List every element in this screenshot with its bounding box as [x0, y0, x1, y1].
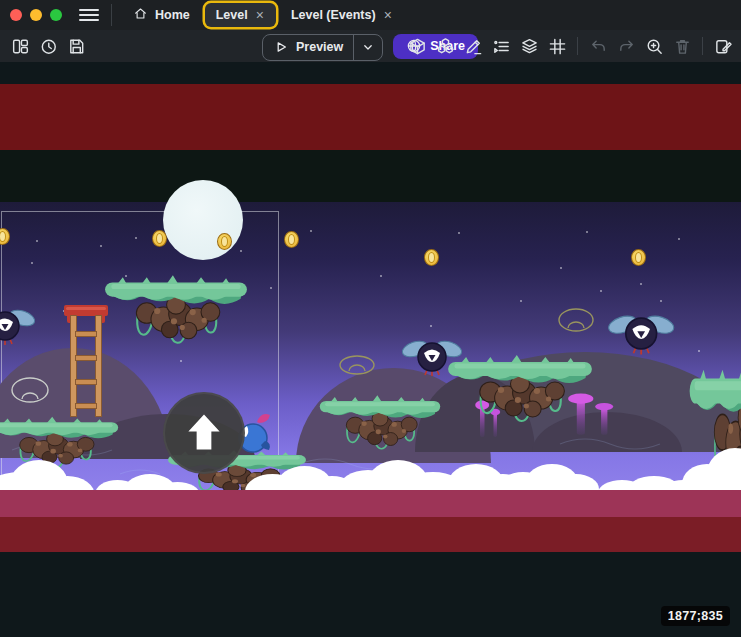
edit-scene-icon[interactable]	[713, 36, 733, 56]
object-groups-icon[interactable]	[435, 36, 455, 56]
tab-label: Level	[216, 8, 248, 22]
save-icon[interactable]	[66, 36, 86, 56]
hidden-object-outline[interactable]	[557, 307, 595, 333]
objects-panel-icon[interactable]	[407, 36, 427, 56]
arrow-up-icon	[181, 410, 227, 456]
zoom-in-icon[interactable]	[644, 36, 664, 56]
instances-list-icon[interactable]	[491, 36, 511, 56]
toolbar-separator	[577, 37, 578, 55]
band[interactable]	[0, 84, 741, 150]
star	[458, 232, 460, 234]
tab-close-icon[interactable]: ×	[383, 8, 393, 22]
coin-sprite[interactable]	[284, 231, 299, 248]
tab-home[interactable]: Home	[122, 3, 201, 27]
cloud-sprite[interactable]	[682, 448, 692, 458]
grid-icon[interactable]	[547, 36, 567, 56]
coin-sprite[interactable]	[217, 233, 232, 250]
floating-island-sprite[interactable]	[0, 410, 120, 474]
star	[600, 290, 602, 292]
scene-canvas[interactable]: 1877;835	[0, 62, 741, 637]
menu-icon[interactable]	[79, 5, 99, 25]
enemy-sprite[interactable]	[0, 301, 37, 349]
cloud-sprite[interactable]	[598, 474, 608, 484]
jump-button-control[interactable]	[163, 392, 245, 474]
star	[586, 231, 588, 233]
preview-dropdown-button[interactable]	[353, 35, 382, 60]
star	[560, 267, 562, 269]
panels-icon[interactable]	[10, 36, 30, 56]
cursor-coordinates: 1877;835	[661, 606, 730, 626]
tab-bar: HomeLevel×Level (Events)×	[111, 4, 404, 26]
tab-label: Level (Events)	[291, 8, 376, 22]
floating-island-sprite[interactable]	[446, 346, 594, 430]
preview-button[interactable]: Preview	[262, 34, 383, 61]
band[interactable]	[0, 150, 741, 202]
tab-label: Home	[155, 8, 190, 22]
tab-level-events[interactable]: Level (Events)×	[280, 3, 404, 27]
ladder-sprite[interactable]	[66, 305, 106, 417]
toolbar-separator	[702, 37, 703, 55]
cloud-sprite[interactable]	[338, 458, 348, 468]
star	[660, 300, 662, 302]
edit-properties-icon[interactable]	[463, 36, 483, 56]
window-controls	[0, 9, 62, 21]
cloud-sprite[interactable]	[95, 474, 105, 484]
star	[678, 238, 680, 240]
ground-band[interactable]	[0, 517, 741, 552]
coin-sprite[interactable]	[424, 249, 439, 266]
toolbar: Preview Share	[0, 30, 741, 62]
ground-band[interactable]	[0, 490, 741, 517]
star	[640, 283, 642, 285]
coin-sprite[interactable]	[152, 230, 167, 247]
moon-sprite[interactable]	[163, 180, 243, 260]
star	[310, 230, 312, 232]
redo-icon	[616, 36, 636, 56]
hidden-object-outline[interactable]	[338, 354, 376, 376]
star	[430, 325, 432, 327]
home-icon	[133, 6, 148, 24]
play-icon	[273, 39, 289, 55]
maximize-button[interactable]	[50, 9, 62, 21]
minimize-button[interactable]	[30, 9, 42, 21]
tab-close-icon[interactable]: ×	[255, 8, 265, 22]
cloud-sprite[interactable]	[498, 464, 508, 474]
cloud-sprite[interactable]	[245, 466, 255, 476]
titlebar: HomeLevel×Level (Events)×	[0, 0, 741, 30]
undo-icon	[588, 36, 608, 56]
star	[380, 275, 382, 277]
toolbar-left-group	[10, 36, 86, 56]
enemy-sprite[interactable]	[606, 306, 676, 359]
layers-icon[interactable]	[519, 36, 539, 56]
hidden-object-outline[interactable]	[10, 376, 50, 404]
enemy-sprite[interactable]	[400, 332, 464, 380]
chevron-down-icon	[360, 39, 376, 55]
trash-icon	[672, 36, 692, 56]
coin-sprite[interactable]	[631, 249, 646, 266]
preview-label: Preview	[296, 40, 343, 54]
tab-level[interactable]: Level×	[205, 3, 276, 27]
toolbar-right-group	[407, 36, 733, 56]
floating-island-sprite[interactable]	[318, 388, 442, 456]
star	[520, 300, 522, 302]
close-button[interactable]	[10, 9, 22, 21]
editor-window: HomeLevel×Level (Events)× Preview Share …	[0, 0, 741, 637]
floating-island-sprite[interactable]	[103, 266, 249, 352]
history-icon[interactable]	[38, 36, 58, 56]
